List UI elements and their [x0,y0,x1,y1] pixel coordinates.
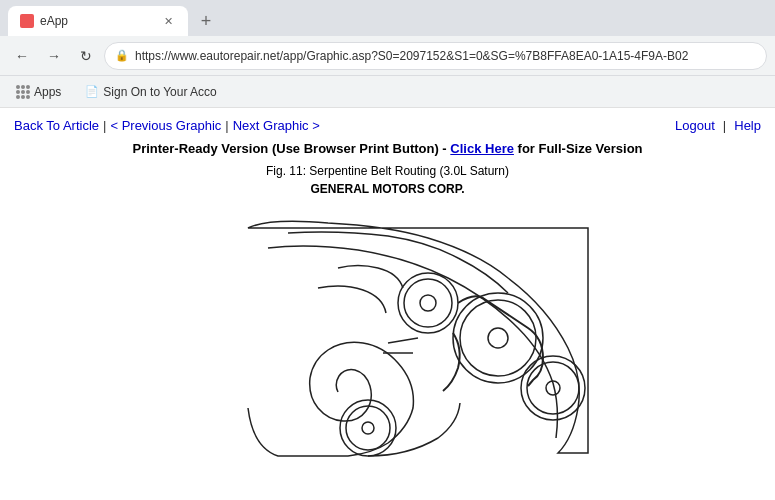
page-nav-links: Back To Article | < Previous Graphic | N… [14,118,761,133]
nav-links-right: Logout | Help [675,118,761,133]
back-button[interactable]: ← [8,42,36,70]
svg-point-2 [488,328,508,348]
forward-button[interactable]: → [40,42,68,70]
click-here-link[interactable]: Click Here [450,141,514,156]
fig-caption: Fig. 11: Serpentine Belt Routing (3.0L S… [14,164,761,178]
sep2: | [225,118,228,133]
browser-frame: eApp ✕ + ← → ↻ 🔒 https://www.eautorepair… [0,0,775,500]
tab-bar: eApp ✕ + [0,0,775,36]
page-icon: 📄 [85,85,99,98]
lock-icon: 🔒 [115,49,129,62]
active-tab[interactable]: eApp ✕ [8,6,188,36]
description-before: Printer-Ready Version (Use Browser Print… [132,141,446,156]
bookmarks-bar: Apps 📄 Sign On to Your Acco [0,76,775,108]
description-after: for Full-Size Version [518,141,643,156]
next-graphic-link[interactable]: Next Graphic > [233,118,320,133]
reload-button[interactable]: ↻ [72,42,100,70]
sep1: | [103,118,106,133]
svg-point-3 [398,273,458,333]
nav-bar: ← → ↻ 🔒 https://www.eautorepair.net/app/… [0,36,775,76]
back-to-article-link[interactable]: Back To Article [14,118,99,133]
tab-close-button[interactable]: ✕ [160,13,176,29]
prev-graphic-link[interactable]: < Previous Graphic [110,118,221,133]
nav-links-left: Back To Article | < Previous Graphic | N… [14,118,320,133]
page-description: Printer-Ready Version (Use Browser Print… [14,141,761,156]
svg-point-0 [453,293,543,383]
serpentine-belt-diagram [188,208,588,458]
tab-title: eApp [40,14,154,28]
svg-point-7 [527,362,579,414]
signin-label: Sign On to Your Acco [103,85,216,99]
url-text: https://www.eautorepair.net/app/Graphic.… [135,49,756,63]
svg-point-6 [521,356,585,420]
page-content: Back To Article | < Previous Graphic | N… [0,108,775,500]
help-link[interactable]: Help [734,118,761,133]
tab-favicon [20,14,34,28]
new-tab-button[interactable]: + [192,7,220,35]
diagram-area [14,208,761,458]
logout-link[interactable]: Logout [675,118,715,133]
apps-grid-icon [16,85,30,99]
svg-point-10 [346,406,390,450]
address-bar[interactable]: 🔒 https://www.eautorepair.net/app/Graphi… [104,42,767,70]
svg-line-13 [388,338,418,343]
signin-bookmark[interactable]: 📄 Sign On to Your Acco [79,83,222,101]
svg-point-4 [404,279,452,327]
svg-point-11 [362,422,374,434]
svg-point-1 [460,300,536,376]
apps-bookmark[interactable]: Apps [10,83,67,101]
fig-corp: GENERAL MOTORS CORP. [14,182,761,196]
svg-point-5 [420,295,436,311]
apps-label: Apps [34,85,61,99]
sep3: | [723,118,726,133]
